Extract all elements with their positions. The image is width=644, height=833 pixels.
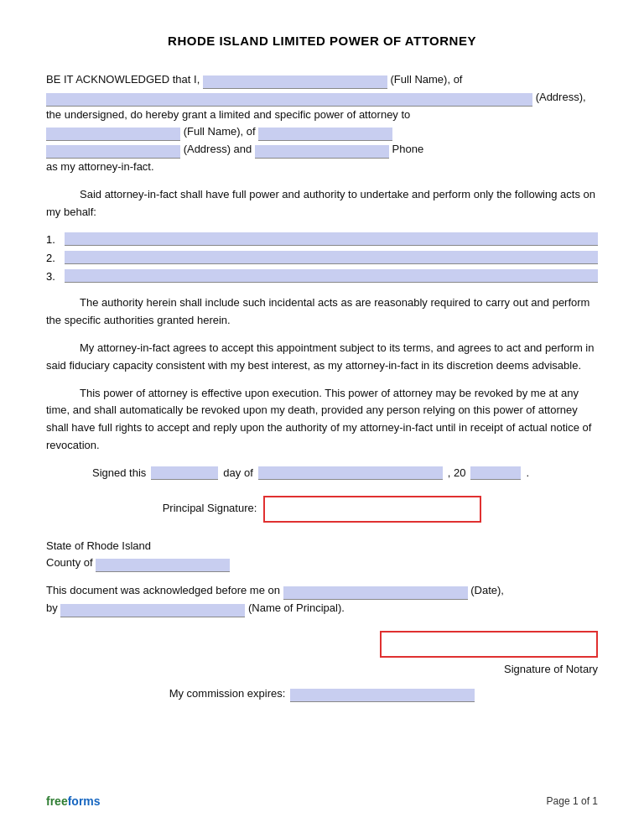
state-label: State of Rhode Island xyxy=(46,538,598,555)
signed-year-field[interactable] xyxy=(470,466,521,480)
page-number: Page 1 of 1 xyxy=(547,795,598,807)
commission-date-field[interactable] xyxy=(290,689,475,702)
principal-sig-label: Principal Signature: xyxy=(163,500,257,518)
logo-forms: forms xyxy=(68,794,101,808)
notary-section: This document was acknowledged before me… xyxy=(46,582,598,702)
acknowledged-date-suffix: (Date), xyxy=(470,584,504,596)
list-field-2[interactable] xyxy=(65,251,598,264)
acknowledged-prefix: This document was acknowledged before me… xyxy=(46,584,280,596)
intro-line2-suffix: (Address), xyxy=(536,91,586,103)
list-num-2: 2. xyxy=(46,252,65,264)
intro-line1-prefix: BE IT ACKNOWLEDGED that I, xyxy=(46,73,200,86)
document-title: RHODE ISLAND LIMITED POWER OF ATTORNEY xyxy=(46,34,598,48)
county-row: County of xyxy=(46,554,598,572)
commission-row: My commission expires: xyxy=(46,685,598,703)
county-label: County of xyxy=(46,556,93,569)
freeforms-logo: freeforms xyxy=(46,794,101,808)
notary-signature-box[interactable] xyxy=(380,631,598,658)
logo-free: free xyxy=(46,794,68,808)
intro-line5-suffix: (Address) and xyxy=(184,143,252,155)
signed-day-suffix: day of xyxy=(223,465,252,482)
paragraph-3: My attorney-in-fact agrees to accept thi… xyxy=(46,340,598,375)
list-item: 1. xyxy=(46,232,598,246)
list-num-1: 1. xyxy=(46,233,65,246)
intro-line5-phone: Phone xyxy=(392,143,424,155)
county-field[interactable] xyxy=(96,559,230,572)
notary-sig-label: Signature of Notary xyxy=(46,661,598,679)
paragraph-1: Said attorney-in-fact shall have full po… xyxy=(46,186,598,221)
numbered-list: 1. 2. 3. xyxy=(46,232,598,283)
footer: freeforms Page 1 of 1 xyxy=(46,794,598,808)
list-field-3[interactable] xyxy=(65,269,598,283)
intro-line3: the undersigned, do hereby grant a limit… xyxy=(46,108,410,121)
signed-day-field[interactable] xyxy=(151,466,218,480)
acknowledged-date-field[interactable] xyxy=(283,586,468,600)
paragraph-4: This power of attorney is effective upon… xyxy=(46,385,598,455)
list-item: 2. xyxy=(46,251,598,264)
grantee-city-field[interactable] xyxy=(46,145,180,159)
address-field-1[interactable] xyxy=(46,93,532,107)
grantee-phone-field[interactable] xyxy=(255,145,389,159)
intro-line1-suffix: (Full Name), of xyxy=(391,73,463,86)
principal-signature-row: Principal Signature: xyxy=(46,496,598,523)
signed-year-prefix: , 20 xyxy=(448,465,466,482)
intro-line6: as my attorney-in-fact. xyxy=(46,160,154,173)
full-name-field-1[interactable] xyxy=(203,75,387,89)
signed-line: Signed this day of , 20 . xyxy=(92,465,598,482)
acknowledged-by-prefix: by xyxy=(46,601,58,614)
grantee-address-field[interactable] xyxy=(258,128,392,141)
acknowledged-by-suffix: (Name of Principal). xyxy=(248,601,345,614)
list-item: 3. xyxy=(46,269,598,283)
acknowledged-by-field[interactable] xyxy=(60,604,245,617)
list-num-3: 3. xyxy=(46,270,65,283)
paragraph-2: The authority herein shall include such … xyxy=(46,294,598,330)
principal-signature-box[interactable] xyxy=(263,496,481,523)
intro-line4-suffix: (Full Name), of xyxy=(184,125,256,138)
signed-prefix: Signed this xyxy=(92,465,146,482)
intro-paragraph: BE IT ACKNOWLEDGED that I, (Full Name), … xyxy=(46,71,598,176)
commission-label: My commission expires: xyxy=(169,685,286,703)
grantee-name-field[interactable] xyxy=(46,128,180,141)
state-section: State of Rhode Island County of xyxy=(46,538,598,573)
signed-month-field[interactable] xyxy=(258,466,443,480)
acknowledged-row: This document was acknowledged before me… xyxy=(46,582,598,617)
list-field-1[interactable] xyxy=(65,232,598,246)
document-page: RHODE ISLAND LIMITED POWER OF ATTORNEY B… xyxy=(0,0,644,833)
notary-sig-section: Signature of Notary xyxy=(46,631,598,679)
